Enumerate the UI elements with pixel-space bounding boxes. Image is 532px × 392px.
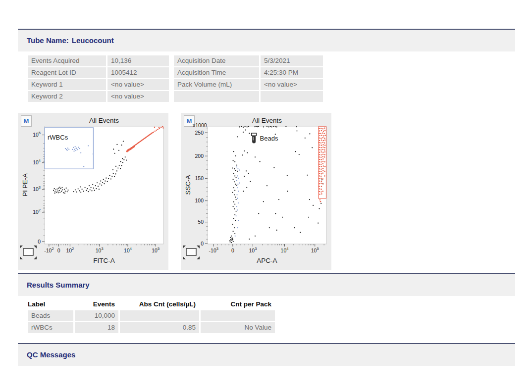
y-axis-multiplier: x1000: [193, 122, 207, 128]
results-summary-header: Results Summary: [18, 274, 515, 296]
acquisition-info-right: Acquisition Date 5/3/2021 Acquisition Ti…: [174, 55, 323, 102]
x-axis-title: FITC-A: [45, 257, 163, 264]
result-cnt-per-pack: No Value: [201, 322, 275, 333]
svg-text:102: 102: [66, 246, 74, 253]
svg-text:200: 200: [195, 153, 204, 159]
result-label: Beads: [28, 310, 73, 321]
svg-text:103: 103: [249, 246, 257, 253]
svg-text:105: 105: [311, 246, 319, 253]
dot-plot-ssc-vs-apc[interactable]: -1030103104105250200150100500Beads M All…: [181, 113, 331, 270]
tube-name-header: Tube Name:Leucocount: [18, 30, 515, 51]
acquisition-info-left: Events Acquired 10,136 Reagent Lot ID 10…: [28, 55, 169, 102]
x-axis-title: APC-A: [208, 257, 326, 264]
result-events: 18: [75, 322, 118, 333]
y-axis-title: PI PE-A: [21, 146, 29, 225]
info-label: Keyword 1: [28, 79, 106, 90]
results-summary-section: Results Summary Label Events Abs Cnt (ce…: [18, 273, 515, 333]
qc-messages-header: QC Messages: [18, 344, 515, 366]
info-value: <no value>: [107, 79, 169, 90]
plot-title: All Events: [45, 117, 163, 124]
svg-text:50: 50: [198, 219, 204, 225]
svg-text:0: 0: [38, 239, 41, 245]
svg-text:150: 150: [195, 175, 204, 181]
svg-text:0: 0: [201, 241, 204, 246]
report-page: Tube Name:Leucocount Events Acquired 10,…: [0, 0, 532, 392]
col-header-label: Label: [28, 299, 73, 310]
dot-plots-row: -10201021031041051051041031020rWBCs M Al…: [18, 113, 515, 270]
svg-text:-102: -102: [44, 246, 53, 253]
qc-messages-title: QC Messages: [27, 350, 75, 359]
svg-text:250: 250: [195, 130, 204, 136]
info-value: [261, 91, 323, 102]
gate-tool-icon[interactable]: [20, 245, 37, 261]
results-summary-title: Results Summary: [27, 281, 90, 289]
col-header-abs-cnt: Abs Cnt (cells/µL): [120, 299, 199, 310]
dot-plot-pe-vs-fitc[interactable]: -10201021031041051051041031020rWBCs M Al…: [18, 113, 168, 270]
svg-text:Beads: Beads: [260, 135, 278, 142]
info-value: 5/3/2021: [261, 55, 323, 66]
info-label: Acquisition Time: [174, 67, 259, 78]
info-value: <no value>: [107, 91, 169, 102]
acquisition-info-table: Events Acquired 10,136 Reagent Lot ID 10…: [28, 55, 515, 102]
svg-text:105: 105: [33, 131, 41, 138]
results-table: Label Events Abs Cnt (cells/µL) Cnt per …: [28, 299, 515, 333]
info-label: Reagent Lot ID: [28, 67, 106, 78]
info-value: 10,136: [107, 55, 169, 66]
svg-text:0: 0: [57, 247, 60, 253]
svg-text:rWBCs: rWBCs: [48, 134, 68, 141]
tube-name-label: Tube Name:: [27, 36, 69, 45]
y-axis-title: SSC-A: [184, 146, 192, 225]
svg-text:104: 104: [281, 246, 289, 253]
info-label: [174, 91, 259, 102]
report-content: Tube Name:Leucocount Events Acquired 10,…: [18, 29, 515, 366]
result-abs-cnt: [120, 310, 199, 321]
marker-badge[interactable]: M: [21, 115, 32, 127]
col-header-cnt-per-pack: Cnt per Pack: [201, 299, 275, 310]
svg-text:104: 104: [124, 246, 132, 253]
svg-text:100: 100: [195, 197, 204, 203]
info-value: <no value>: [261, 79, 323, 90]
result-cnt-per-pack: [201, 310, 275, 321]
info-label: Acquisition Date: [174, 55, 259, 66]
info-label: Pack Volume (mL): [174, 79, 259, 90]
svg-text:103: 103: [33, 185, 41, 192]
result-events: 10,000: [75, 310, 118, 321]
result-label: rWBCs: [28, 322, 73, 333]
svg-text:102: 102: [33, 208, 41, 215]
results-table-header: Label Events Abs Cnt (cells/µL) Cnt per …: [28, 299, 515, 310]
scatter-plot-canvas[interactable]: -10201021031041051051041031020rWBCs: [18, 113, 168, 270]
info-value: 1005412: [107, 67, 169, 78]
qc-messages-section: QC Messages: [18, 343, 515, 366]
plot-title: All Events: [208, 117, 326, 124]
svg-text:104: 104: [33, 158, 41, 165]
info-value: 4:25:30 PM: [261, 67, 323, 78]
result-abs-cnt: 0.85: [120, 322, 199, 333]
gate-tool-icon[interactable]: [183, 245, 200, 261]
svg-text:-103: -103: [209, 246, 218, 253]
info-label: Events Acquired: [28, 55, 106, 66]
scatter-plot-canvas[interactable]: -1030103104105250200150100500Beads: [181, 113, 331, 270]
info-label: Keyword 2: [28, 91, 106, 102]
svg-text:103: 103: [96, 246, 104, 253]
tube-name-value: Leucocount: [72, 36, 114, 45]
col-header-events: Events: [75, 299, 118, 310]
svg-text:105: 105: [152, 246, 160, 253]
results-table-body: Beads 10,000 rWBCs 18 0.85 No Value: [28, 310, 515, 333]
svg-text:0: 0: [231, 247, 234, 253]
